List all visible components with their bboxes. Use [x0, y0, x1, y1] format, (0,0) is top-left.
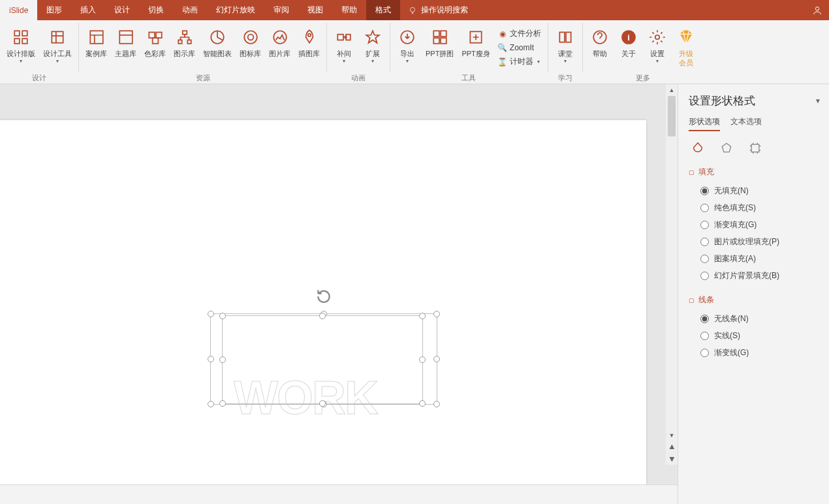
btn-icon-lib[interactable]: 图标库 [236, 25, 265, 59]
btn-image-lib[interactable]: 图片库 [265, 25, 294, 59]
account-button[interactable] [806, 0, 829, 20]
btn-smart-chart[interactable]: 智能图表 [199, 25, 236, 59]
btn-classroom[interactable]: 课堂▾ [551, 25, 580, 65]
format-shape-pane: 设置形状格式 ▼ 形状选项 文本选项 ▢填充 无填充(N) 纯色填充(S) 渐变… [678, 84, 829, 504]
collapse-icon: ▢ [689, 297, 695, 304]
btn-ppt-slim[interactable]: PPT瘦身 [458, 25, 493, 59]
scroll-thumb[interactable] [668, 96, 676, 136]
subtab-text-options[interactable]: 文本选项 [730, 116, 762, 131]
btn-extend[interactable]: 扩展▾ [358, 25, 387, 65]
btn-design-layout[interactable]: 设计排版▾ [3, 25, 39, 65]
icontab-fill-line[interactable] [690, 140, 706, 156]
radio-solid-line[interactable]: 实线(S) [700, 330, 821, 341]
radio-solid-fill[interactable]: 纯色填充(S) [700, 202, 821, 213]
rocket-icon [299, 27, 320, 48]
vertical-scrollbar[interactable]: ▲ ▼ ⯅ ⯆ [666, 84, 678, 465]
rotation-handle[interactable] [315, 288, 332, 307]
group-label: 资源 [82, 72, 324, 84]
btn-upgrade[interactable]: 升级 会员 [672, 25, 700, 69]
tab-format[interactable]: 格式 [366, 0, 400, 20]
tab-design[interactable]: 设计 [105, 0, 139, 20]
radio-gradient-line[interactable]: 渐变线(G) [700, 347, 821, 358]
btn-diagram-lib[interactable]: 图示库 [170, 25, 199, 59]
scroll-track[interactable] [666, 96, 678, 430]
radio-picture-fill[interactable]: 图片或纹理填充(P) [700, 236, 821, 247]
resize-handle-sw[interactable] [219, 400, 226, 407]
btn-help[interactable]: 帮助 [586, 25, 614, 59]
svg-rect-20 [337, 35, 343, 40]
scroll-up-button[interactable]: ▲ [666, 84, 678, 96]
tab-review[interactable]: 审阅 [264, 0, 298, 20]
piechart-icon [207, 27, 228, 48]
tab-insert[interactable]: 插入 [71, 0, 105, 20]
btn-ppt-collage[interactable]: PPT拼图 [422, 25, 458, 59]
btn-about[interactable]: i关于 [614, 25, 643, 59]
tab-slideshow[interactable]: 幻灯片放映 [207, 0, 264, 20]
radio-no-line[interactable]: 无线条(N) [700, 313, 821, 324]
resize-handle-ne[interactable] [433, 311, 440, 317]
resize-handle-s[interactable] [319, 400, 326, 407]
resize-handle-ne[interactable] [419, 313, 426, 319]
radio-no-fill[interactable]: 无填充(N) [700, 185, 821, 197]
resize-handle-nw[interactable] [219, 313, 226, 319]
resize-handle-w[interactable] [219, 356, 226, 363]
next-slide-button[interactable]: ⯆ [666, 453, 678, 465]
collage-icon [430, 27, 450, 48]
group-label: 更多 [586, 72, 700, 84]
resize-handle-se[interactable] [419, 400, 426, 407]
scroll-down-button[interactable]: ▼ [666, 430, 678, 441]
svg-rect-3 [22, 31, 27, 36]
resize-handle-w[interactable] [208, 356, 214, 362]
btn-settings[interactable]: 设置▾ [643, 25, 672, 65]
icontab-size[interactable] [747, 140, 763, 156]
tab-transition[interactable]: 切换 [139, 0, 173, 20]
tab-islide[interactable]: iSlide [0, 0, 37, 20]
btn-export[interactable]: 导出▾ [393, 25, 422, 65]
tab-animation[interactable]: 动画 [173, 0, 207, 20]
slide-canvas-area[interactable]: WORK ▲ ▼ ⯅ ⯆ [0, 84, 678, 484]
icontab-effects[interactable] [719, 140, 734, 156]
radio-gradient-fill[interactable]: 渐变填充(G) [700, 219, 821, 230]
resize-handle-n[interactable] [319, 313, 326, 319]
resize-handle-sw[interactable] [208, 401, 214, 407]
section-header-fill[interactable]: ▢填充 [689, 166, 821, 178]
resize-handle-se[interactable] [433, 401, 440, 407]
tools-icon [47, 27, 68, 48]
target-icon [240, 27, 261, 48]
btn-timer[interactable]: ⌛计时器▾ [494, 55, 545, 69]
group-label: 学习 [551, 72, 580, 84]
resize-handle-e[interactable] [419, 356, 426, 363]
btn-zoomit[interactable]: 🔍ZoomIt [494, 42, 545, 54]
section-header-line[interactable]: ▢线条 [689, 294, 821, 306]
timer-icon: ⌛ [498, 57, 507, 67]
layout-icon [86, 27, 107, 48]
pane-title: 设置形状格式 [689, 93, 755, 108]
selection-box-inner[interactable] [222, 315, 423, 404]
btn-theme-lib[interactable]: 主题库 [111, 25, 140, 59]
svg-point-18 [274, 31, 287, 44]
prev-slide-button[interactable]: ⯅ [666, 441, 678, 453]
svg-rect-23 [433, 31, 439, 37]
btn-file-analysis[interactable]: ◉文件分析 [494, 27, 545, 40]
subtab-shape-options[interactable]: 形状选项 [689, 116, 720, 131]
ribbon: 设计排版▾ 设计工具▾ 设计 案例库 主题库 色彩库 图示库 智能图表 图标库 … [0, 20, 829, 84]
pane-menu-button[interactable]: ▼ [815, 97, 821, 104]
user-icon [812, 5, 822, 16]
resize-handle-e[interactable] [433, 356, 440, 362]
tab-help[interactable]: 帮助 [332, 0, 366, 20]
resize-handle-nw[interactable] [208, 311, 214, 317]
radio-slidebg-fill[interactable]: 幻灯片背景填充(B) [700, 270, 821, 281]
btn-tween[interactable]: 补间▾ [330, 25, 358, 65]
tell-me-search[interactable]: 操作说明搜索 [400, 0, 476, 20]
tab-view[interactable]: 视图 [298, 0, 332, 20]
btn-design-tools[interactable]: 设计工具▾ [39, 25, 76, 65]
btn-case-lib[interactable]: 案例库 [82, 25, 111, 59]
svg-rect-9 [149, 32, 155, 38]
radio-pattern-fill[interactable]: 图案填充(A) [700, 253, 821, 264]
btn-color-lib[interactable]: 色彩库 [140, 25, 170, 59]
group-design: 设计排版▾ 设计工具▾ 设计 [0, 20, 78, 84]
gear-icon [647, 27, 668, 48]
btn-vector-lib[interactable]: 插图库 [294, 25, 324, 59]
tab-shape[interactable]: 图形 [37, 0, 71, 20]
theme-icon [116, 27, 136, 48]
